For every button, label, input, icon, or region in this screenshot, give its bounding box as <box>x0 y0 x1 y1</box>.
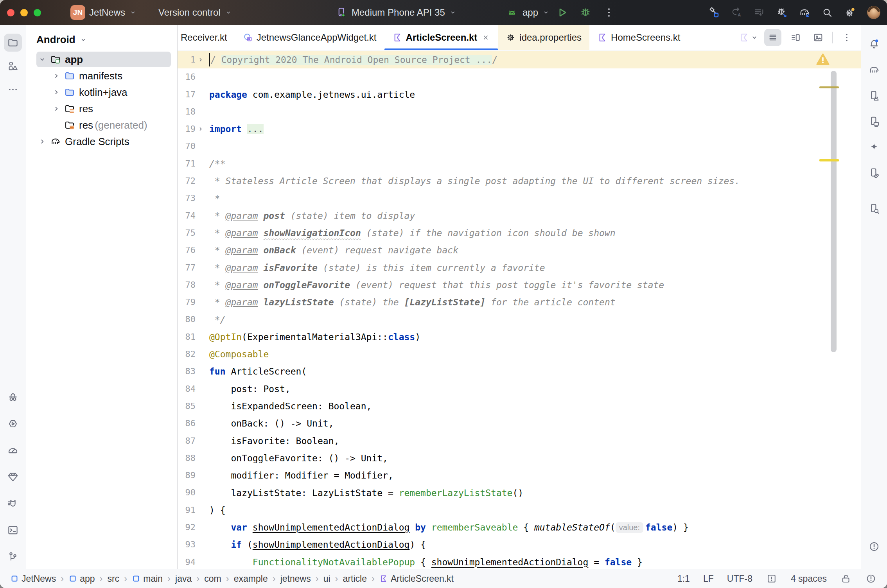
editor-preview-image[interactable] <box>810 29 827 46</box>
line-separator[interactable]: LF <box>703 574 714 584</box>
attach-debugger-button[interactable] <box>775 6 788 19</box>
editor-split-structure[interactable] <box>787 29 804 46</box>
tree-expand-toggle[interactable] <box>36 54 48 65</box>
hidden-tabs-dropdown[interactable] <box>739 32 759 43</box>
tab-idea-properties[interactable]: idea.properties <box>498 25 589 50</box>
tab-articlescreen-kt[interactable]: ArticleScreen.kt <box>384 25 498 50</box>
code-line-90[interactable]: 90 lazyListState: LazyListState = rememb… <box>178 484 861 501</box>
settings-button[interactable] <box>843 6 856 19</box>
editor-more-options[interactable] <box>838 29 855 46</box>
tab-homescreens-kt[interactable]: HomeScreens.kt <box>589 25 688 50</box>
code-line-74[interactable]: 74 * @param post (state) item to display <box>178 207 861 224</box>
code-line-76[interactable]: 76 * @param onBack (event) request navig… <box>178 242 861 259</box>
code-line-73[interactable]: 73 * <box>178 190 861 207</box>
code-line-75[interactable]: 75 * @param showNavigationIcon (state) i… <box>178 224 861 242</box>
search-everywhere-button[interactable] <box>821 6 834 19</box>
breadcrumb-articlescreen-kt[interactable]: ArticleScreen.kt <box>379 574 454 584</box>
gradle-sync-button[interactable] <box>798 6 811 19</box>
device-manager-button[interactable] <box>865 87 883 105</box>
code-line-72[interactable]: 72 * Stateless Article Screen that displ… <box>178 172 861 190</box>
code-line-94[interactable]: 94 FunctionalityNotAvailablePopup { show… <box>178 554 861 569</box>
device-selector[interactable]: Medium Phone API 35 <box>334 0 457 25</box>
notifications-button[interactable] <box>865 35 883 53</box>
code-line-83[interactable]: 83fun ArticleScreen( <box>178 363 861 380</box>
more-tool-windows-button[interactable] <box>4 81 22 99</box>
code-line-85[interactable]: 85 isExpandedScreen: Boolean, <box>178 398 861 415</box>
more-run-options[interactable] <box>602 6 616 19</box>
device-mirroring-button[interactable] <box>865 164 883 182</box>
gemini-button[interactable] <box>865 138 883 156</box>
close-tab-button[interactable] <box>481 33 490 42</box>
breadcrumb-example[interactable]: example <box>234 574 268 584</box>
benchmark-gauge-button[interactable] <box>4 441 22 459</box>
tree-expand-toggle[interactable] <box>50 86 62 98</box>
tree-item-gradle-scripts[interactable]: Gradle Scripts <box>26 133 177 150</box>
breadcrumb-jetnews[interactable]: jetnews <box>280 574 311 584</box>
code-line-89[interactable]: 89 modifier: Modifier = Modifier, <box>178 467 861 484</box>
editor-scrollbar[interactable] <box>831 71 837 352</box>
breadcrumb-java[interactable]: java <box>175 574 192 584</box>
code-line-93[interactable]: 93 if (showUnimplementedActionDialog) { <box>178 536 861 553</box>
tree-expand-toggle[interactable] <box>36 136 48 147</box>
code-line-70[interactable]: 70 <box>178 138 861 155</box>
code-editor[interactable]: 1/ Copyright 2020 The Android Open Sourc… <box>178 50 861 569</box>
code-line-86[interactable]: 86 onBack: () -> Unit, <box>178 415 861 432</box>
code-line-17[interactable]: 17package com.example.jetnews.ui.article <box>178 86 861 103</box>
user-avatar[interactable] <box>866 5 882 20</box>
breadcrumb-com[interactable]: com <box>204 574 221 584</box>
terminal-button[interactable] <box>4 521 22 539</box>
caret-position[interactable]: 1:1 <box>677 574 690 584</box>
editor-list-view[interactable] <box>764 29 781 46</box>
close-window-button[interactable] <box>7 9 14 16</box>
debug-button[interactable] <box>579 6 592 19</box>
tree-item-kotlin-java[interactable]: kotlin+java <box>26 84 177 100</box>
problems-button[interactable] <box>865 538 883 556</box>
code-line-88[interactable]: 88 onToggleFavorite: () -> Unit, <box>178 450 861 467</box>
code-line-84[interactable]: 84 post: Post, <box>178 380 861 398</box>
run-button[interactable] <box>555 6 569 19</box>
code-line-79[interactable]: 79 * @param lazyListState (state) the [L… <box>178 294 861 311</box>
code-line-81[interactable]: 81@OptIn(ExperimentalMaterial3Api::class… <box>178 328 861 346</box>
device-explorer-button[interactable] <box>865 200 883 218</box>
version-control-graph-button[interactable] <box>4 548 22 566</box>
inspections-warning-widget[interactable] <box>815 52 830 67</box>
code-line-1[interactable]: 1/ Copyright 2020 The Android Open Sourc… <box>178 51 861 68</box>
zoom-window-button[interactable] <box>34 9 41 16</box>
indent-style[interactable]: 4 spaces <box>791 574 827 584</box>
gradle-button[interactable] <box>865 61 883 79</box>
tab-receiver-kt[interactable]: Receiver.kt <box>178 25 235 50</box>
rerun-disabled[interactable]: A <box>730 6 743 19</box>
app-quality-insights-button[interactable] <box>4 388 22 406</box>
breadcrumb-article[interactable]: article <box>343 574 367 584</box>
code-line-91[interactable]: 91) { <box>178 502 861 519</box>
code-line-80[interactable]: 80 */ <box>178 311 861 328</box>
resource-manager-button[interactable] <box>4 57 22 75</box>
breadcrumb-app[interactable]: app <box>68 574 95 584</box>
file-writable[interactable] <box>840 573 852 584</box>
tree-expand-toggle[interactable] <box>50 70 62 82</box>
tree-item-manifests[interactable]: manifests <box>26 68 177 84</box>
project-tool-window-button[interactable] <box>4 34 22 52</box>
profiler-button[interactable] <box>4 415 22 433</box>
code-line-71[interactable]: 71/** <box>178 155 861 172</box>
tree-expand-toggle[interactable] <box>50 103 62 115</box>
problems-indicator[interactable] <box>865 573 877 584</box>
project-view-selector[interactable]: Android <box>26 31 177 51</box>
inspection-highlights[interactable] <box>766 573 777 584</box>
app-inspection-button[interactable] <box>4 468 22 486</box>
breadcrumb-main[interactable]: main <box>132 574 163 584</box>
code-line-82[interactable]: 82@Composable <box>178 346 861 363</box>
build-button[interactable] <box>707 6 720 19</box>
project-menu[interactable]: JN JetNews <box>70 0 137 25</box>
run-tasks-disabled[interactable] <box>752 6 766 19</box>
code-line-92[interactable]: 92 var showUnimplementedActionDialog by … <box>178 519 861 536</box>
fold-column[interactable] <box>196 51 206 68</box>
tree-item-res-generated[interactable]: res (generated) <box>26 117 177 133</box>
minimize-window-button[interactable] <box>20 9 28 16</box>
tab-jetnewsglanceappwidget-kt[interactable]: JetnewsGlanceAppWidget.kt <box>235 25 384 50</box>
tree-item-app[interactable]: app <box>26 51 177 68</box>
breadcrumb-jetnews[interactable]: JetNews <box>10 574 56 584</box>
code-line-87[interactable]: 87 isFavorite: Boolean, <box>178 432 861 450</box>
running-devices-button[interactable] <box>865 113 883 131</box>
code-line-18[interactable]: 18 <box>178 103 861 120</box>
